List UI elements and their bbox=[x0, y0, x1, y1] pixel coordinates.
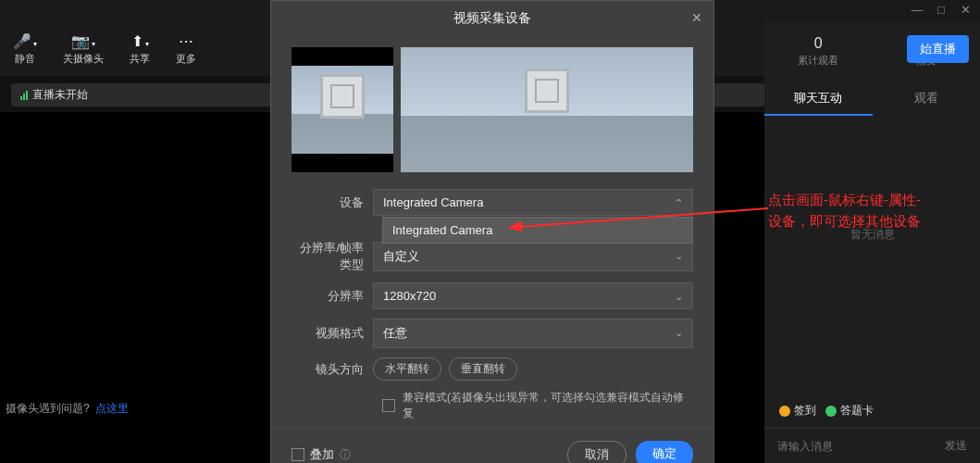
row-compat: 兼容模式(若摄像头出现异常，可选择勾选兼容模式自动修复 bbox=[382, 390, 693, 421]
video-device-modal: 视频采集设备 ✕ 设备 Integrated Camera ⌃ Integrat… bbox=[270, 0, 714, 463]
compat-label: 兼容模式(若摄像头出现异常，可选择勾选兼容模式自动修复 bbox=[403, 390, 693, 421]
annotation-text: 点击画面-鼠标右键-属性- 设备，即可选择其他设备 bbox=[768, 190, 921, 232]
resolution-select[interactable]: 1280x720 ⌄ bbox=[373, 282, 693, 309]
live-status-text: 直播未开始 bbox=[32, 87, 88, 103]
compat-checkbox[interactable] bbox=[382, 399, 395, 412]
chat-input[interactable] bbox=[777, 440, 945, 453]
camera-icon: 📷▾ bbox=[71, 32, 95, 50]
tab-chat[interactable]: 聊天互动 bbox=[764, 82, 873, 116]
mute-button[interactable]: 🎤▾ 静音 bbox=[13, 32, 37, 66]
camera-off-button[interactable]: 📷▾ 关摄像头 bbox=[63, 32, 104, 66]
more-button[interactable]: ⋯ 更多 bbox=[176, 32, 196, 66]
camera-hint-link[interactable]: 点这里 bbox=[95, 402, 129, 415]
more-label: 更多 bbox=[176, 52, 196, 66]
overlay-checkbox[interactable] bbox=[292, 448, 304, 461]
mute-label: 静音 bbox=[15, 52, 35, 66]
format-label: 视频格式 bbox=[292, 325, 373, 342]
close-icon[interactable]: ✕ bbox=[958, 3, 973, 17]
ok-button[interactable]: 确定 bbox=[636, 441, 693, 463]
modal-title: 视频采集设备 bbox=[453, 10, 531, 25]
row-restype: 分辨率/帧率 类型 自定义 ⌄ bbox=[292, 240, 693, 273]
signin-badge[interactable]: 签到 bbox=[779, 403, 816, 419]
flip-horizontal-button[interactable]: 水平翻转 bbox=[373, 357, 441, 381]
info-icon[interactable]: ⓘ bbox=[340, 447, 351, 463]
chevron-down-icon: ⌄ bbox=[675, 291, 683, 303]
device-label: 设备 bbox=[292, 194, 373, 211]
dot-icon bbox=[779, 406, 790, 417]
device-option[interactable]: Integrated Camera bbox=[383, 218, 692, 243]
cancel-button[interactable]: 取消 bbox=[567, 441, 626, 463]
sidebar: 0 累计观看 0 点赞 聊天互动 观看 暂无消息 签到 答题卡 发送 bbox=[764, 22, 980, 463]
share-label: 共享 bbox=[130, 52, 150, 66]
row-format: 视频格式 任意 ⌄ bbox=[292, 319, 693, 348]
share-button[interactable]: ⬆▾ 共享 bbox=[130, 32, 150, 66]
viewers-label: 累计观看 bbox=[764, 54, 873, 68]
window-controls: — □ ✕ bbox=[910, 3, 973, 17]
format-select[interactable]: 任意 ⌄ bbox=[373, 319, 693, 348]
maximize-icon[interactable]: □ bbox=[934, 3, 949, 17]
minimize-icon[interactable]: — bbox=[910, 3, 924, 17]
tab-viewers[interactable]: 观看 bbox=[873, 82, 981, 116]
preview-thumb-small[interactable] bbox=[292, 47, 393, 172]
overlay-label: 叠加 bbox=[310, 446, 334, 463]
dot-icon bbox=[825, 406, 837, 417]
preview-thumb-large[interactable] bbox=[401, 47, 693, 172]
viewers-count: 0 bbox=[764, 35, 873, 52]
row-device: 设备 Integrated Camera ⌃ Integrated Camera bbox=[292, 189, 693, 216]
more-icon: ⋯ bbox=[179, 32, 193, 50]
restype-label: 分辨率/帧率 类型 bbox=[292, 240, 373, 273]
chevron-down-icon: ⌄ bbox=[675, 327, 683, 339]
chevron-up-icon: ⌃ bbox=[675, 197, 683, 209]
chevron-down-icon: ⌄ bbox=[675, 250, 683, 262]
camera-off-label: 关摄像头 bbox=[63, 52, 104, 66]
row-orientation: 镜头方向 水平翻转 垂直翻转 bbox=[292, 357, 693, 381]
send-button[interactable]: 发送 bbox=[945, 438, 967, 454]
device-dropdown: Integrated Camera bbox=[382, 217, 693, 244]
flip-vertical-button[interactable]: 垂直翻转 bbox=[449, 357, 517, 381]
row-resolution: 分辨率 1280x720 ⌄ bbox=[292, 282, 693, 309]
answer-badge[interactable]: 答题卡 bbox=[825, 403, 874, 419]
device-select[interactable]: Integrated Camera ⌃ bbox=[373, 189, 693, 216]
start-live-button[interactable]: 始直播 bbox=[907, 35, 969, 63]
camera-hint: 摄像头遇到问题? 点这里 bbox=[6, 401, 129, 417]
signal-icon bbox=[20, 91, 28, 100]
mic-icon: 🎤▾ bbox=[13, 32, 37, 50]
resolution-label: 分辨率 bbox=[292, 288, 373, 305]
share-icon: ⬆▾ bbox=[131, 32, 149, 50]
modal-close-icon[interactable]: ✕ bbox=[691, 10, 702, 25]
preview-row bbox=[292, 47, 693, 172]
modal-header: 视频采集设备 ✕ bbox=[271, 1, 713, 36]
stat-viewers: 0 累计观看 bbox=[764, 35, 873, 68]
restype-select[interactable]: 自定义 ⌄ bbox=[373, 242, 693, 271]
orientation-label: 镜头方向 bbox=[292, 361, 373, 378]
